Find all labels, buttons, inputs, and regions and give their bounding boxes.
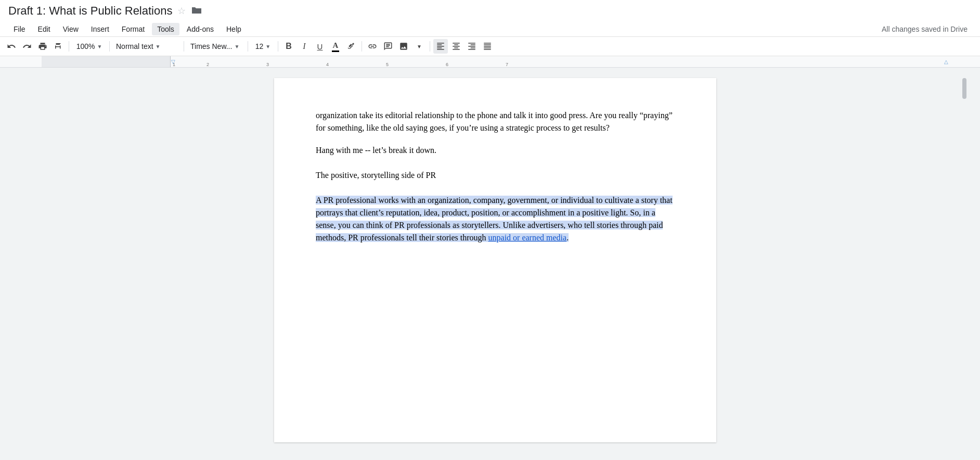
- align-right-button[interactable]: [465, 39, 479, 54]
- paragraph-breakitdown: Hang with me -- let’s break it down.: [316, 144, 675, 157]
- star-icon[interactable]: ☆: [177, 5, 186, 17]
- zoom-selector[interactable]: 100% ▼: [72, 39, 106, 54]
- toolbar-divider-5: [278, 41, 278, 52]
- toolbar-divider-2: [109, 41, 110, 52]
- style-arrow: ▼: [156, 44, 161, 49]
- menu-edit[interactable]: Edit: [33, 23, 56, 35]
- menu-help[interactable]: Help: [221, 23, 247, 35]
- document-title: Draft 1: What is Public Relations: [8, 4, 172, 18]
- toolbar-divider-3: [184, 41, 184, 52]
- toolbar: 100% ▼ Normal text ▼ Times New... ▼ 12 ▼…: [0, 37, 980, 56]
- font-arrow: ▼: [234, 44, 239, 49]
- italic-button[interactable]: I: [297, 39, 312, 54]
- document-area[interactable]: organization take its editorial relation…: [42, 68, 949, 460]
- underline-button[interactable]: U: [313, 39, 327, 54]
- highlight-button[interactable]: [344, 39, 358, 54]
- paint-format-button[interactable]: [51, 39, 66, 54]
- font-color-button[interactable]: A: [328, 39, 343, 54]
- justify-button[interactable]: [480, 39, 495, 54]
- left-panel: [0, 68, 42, 460]
- link-button[interactable]: [365, 39, 380, 54]
- right-panel: [949, 68, 980, 460]
- document-content: organization take its editorial relation…: [316, 109, 675, 244]
- page[interactable]: organization take its editorial relation…: [274, 78, 716, 442]
- paragraph-heading-pr: The positive, storytelling side of PR: [316, 169, 675, 182]
- menu-file[interactable]: File: [8, 23, 31, 35]
- undo-button[interactable]: [4, 39, 19, 54]
- bold-button[interactable]: B: [281, 39, 296, 54]
- folder-icon[interactable]: [191, 5, 202, 17]
- selected-text: A PR professional works with an organiza…: [316, 196, 673, 242]
- menu-tools[interactable]: Tools: [152, 23, 179, 35]
- toolbar-divider-6: [362, 41, 362, 52]
- image-dropdown-button[interactable]: ▼: [412, 39, 427, 54]
- zoom-arrow: ▼: [97, 44, 102, 49]
- paragraph-selected[interactable]: A PR professional works with an organiza…: [316, 194, 675, 244]
- comment-button[interactable]: [381, 39, 395, 54]
- ruler-content: 1 2 3 4 5 6 7 ▽ △: [171, 56, 980, 67]
- size-arrow: ▼: [265, 44, 270, 49]
- image-button[interactable]: [396, 39, 411, 54]
- scrollbar-handle[interactable]: [962, 78, 966, 99]
- menu-format[interactable]: Format: [117, 23, 150, 35]
- unpaid-media-link[interactable]: unpaid or earned media: [488, 233, 567, 242]
- title-bar: Draft 1: What is Public Relations ☆: [0, 0, 980, 22]
- align-center-button[interactable]: [449, 39, 463, 54]
- ruler-left-margin: [43, 56, 171, 67]
- main-layout: organization take its editorial relation…: [0, 68, 980, 460]
- menu-bar: File Edit View Insert Format Tools Add-o…: [0, 22, 980, 37]
- toolbar-divider-1: [69, 41, 69, 52]
- font-size-selector[interactable]: 12 ▼: [251, 39, 275, 54]
- print-button[interactable]: [35, 39, 50, 54]
- redo-button[interactable]: [20, 39, 34, 54]
- menu-insert[interactable]: Insert: [86, 23, 114, 35]
- font-selector[interactable]: Times New... ▼: [187, 39, 244, 54]
- toolbar-divider-7: [430, 41, 430, 52]
- partial-top-paragraph: organization take its editorial relation…: [316, 109, 675, 134]
- align-left-button[interactable]: [433, 39, 448, 54]
- ruler: 1 2 3 4 5 6 7 ▽ △: [0, 56, 980, 68]
- menu-view[interactable]: View: [58, 23, 84, 35]
- menu-addons[interactable]: Add-ons: [182, 23, 219, 35]
- style-selector[interactable]: Normal text ▼: [113, 39, 180, 54]
- save-status: All changes saved in Drive: [878, 23, 972, 35]
- toolbar-divider-4: [248, 41, 248, 52]
